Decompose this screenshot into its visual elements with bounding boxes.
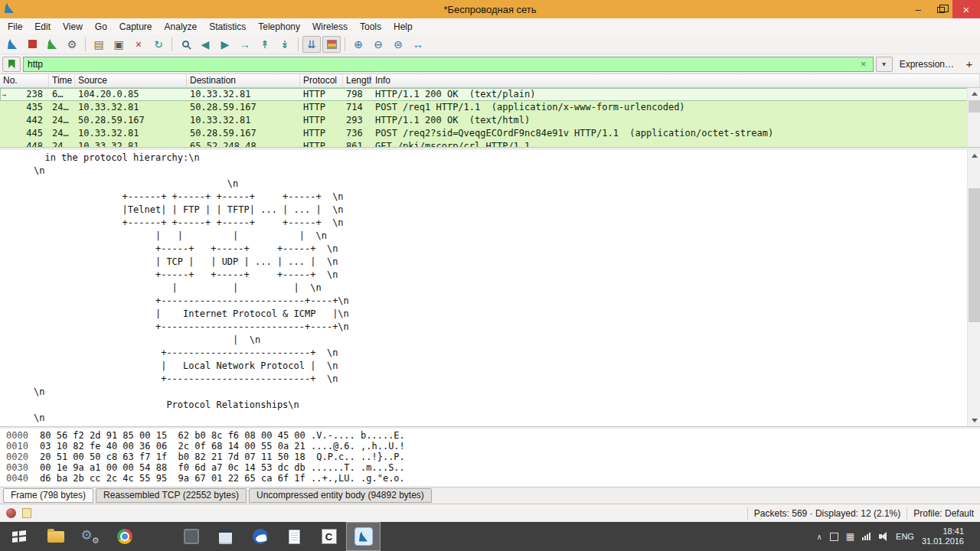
tab-reassembled-tcp[interactable]: Reassembled TCP (22552 bytes) bbox=[96, 488, 247, 503]
expression-button[interactable]: Expression… bbox=[893, 59, 961, 70]
column-destination[interactable]: Destination bbox=[187, 74, 300, 87]
zoom-out-button[interactable]: ⊖ bbox=[369, 36, 387, 53]
packet-bytes-pane[interactable]: 000080 56 f2 2d 91 85 00 15 62 b0 8c f6 … bbox=[0, 429, 980, 487]
restore-button[interactable] bbox=[929, 0, 952, 18]
open-file-button[interactable]: ▤ bbox=[90, 36, 108, 53]
network-signal-icon[interactable] bbox=[862, 533, 871, 540]
column-protocol[interactable]: Protocol bbox=[300, 74, 343, 87]
column-source[interactable]: Source bbox=[75, 74, 187, 87]
taskbar-item-app[interactable] bbox=[174, 522, 208, 551]
packet-row[interactable]: →238 6… 104.20.0.85 10.33.32.81 HTTP 798… bbox=[0, 88, 980, 101]
display-filter-input[interactable]: http × bbox=[23, 57, 874, 72]
taskbar-item-calculator[interactable] bbox=[208, 522, 243, 551]
expert-info-icon[interactable] bbox=[6, 508, 16, 518]
filter-dropdown-button[interactable]: ▾ bbox=[876, 57, 893, 72]
save-file-button[interactable]: ▣ bbox=[109, 36, 128, 53]
taskbar-item-thunderbird[interactable] bbox=[243, 522, 277, 551]
taskbar-item-explorer[interactable] bbox=[38, 522, 73, 551]
last-packet-icon: ↡ bbox=[280, 39, 289, 50]
tray-grid-icon[interactable]: ▦ bbox=[846, 532, 854, 541]
go-to-packet-button[interactable]: → bbox=[236, 36, 254, 53]
autoscroll-button[interactable]: ⇊ bbox=[302, 36, 321, 53]
taskbar-item-c-app[interactable]: C bbox=[312, 522, 346, 551]
packet-list: →238 6… 104.20.0.85 10.33.32.81 HTTP 798… bbox=[0, 88, 980, 147]
details-scrollbar[interactable] bbox=[967, 150, 980, 426]
menu-file[interactable]: File bbox=[2, 20, 28, 34]
minimize-button[interactable]: – bbox=[906, 0, 929, 18]
column-time[interactable]: Time bbox=[49, 74, 75, 87]
tab-frame[interactable]: Frame (798 bytes) bbox=[3, 488, 93, 503]
packet-row[interactable]: 448 24… 10.33.32.81 65.52.248.48 HTTP 86… bbox=[0, 140, 980, 147]
column-info[interactable]: Info bbox=[372, 74, 980, 87]
taskbar-item-chrome[interactable] bbox=[107, 522, 142, 551]
text-line: | \n bbox=[0, 334, 980, 347]
menu-go[interactable]: Go bbox=[89, 20, 113, 34]
zoom-100-button[interactable]: ⊜ bbox=[389, 36, 407, 53]
language-indicator[interactable]: ENG bbox=[896, 532, 914, 541]
menu-view[interactable]: View bbox=[57, 20, 89, 34]
menu-help[interactable]: Help bbox=[387, 20, 419, 34]
resize-columns-button[interactable]: ↔ bbox=[409, 36, 427, 53]
hex-offset: 0010 bbox=[6, 441, 40, 452]
windows-logo-icon bbox=[12, 530, 26, 543]
packet-row[interactable]: 435 24… 10.33.32.81 50.28.59.167 HTTP 71… bbox=[0, 101, 980, 114]
go-first-packet-button[interactable]: ↟ bbox=[256, 36, 274, 53]
clear-filter-icon[interactable]: × bbox=[858, 58, 869, 70]
packet-row[interactable]: 445 24… 10.33.32.81 50.28.59.167 HTTP 73… bbox=[0, 127, 980, 140]
menu-analyze[interactable]: Analyze bbox=[158, 20, 204, 34]
column-length[interactable]: Length bbox=[343, 74, 372, 87]
taskbar-item-wireshark[interactable] bbox=[346, 522, 381, 551]
restart-capture-button[interactable] bbox=[43, 36, 61, 53]
toolbar-separator bbox=[172, 37, 172, 51]
scrollbar-thumb[interactable] bbox=[969, 100, 980, 112]
reload-file-button[interactable]: ↻ bbox=[149, 36, 168, 53]
start-button[interactable] bbox=[0, 522, 38, 551]
tray-app-icon[interactable] bbox=[830, 533, 838, 541]
taskbar-item-settings[interactable]: ⚙⚙ bbox=[73, 522, 107, 551]
menu-edit[interactable]: Edit bbox=[28, 20, 57, 34]
comment-icon[interactable] bbox=[22, 508, 31, 518]
start-capture-button[interactable] bbox=[3, 36, 21, 53]
find-packet-button[interactable] bbox=[176, 36, 194, 53]
column-no[interactable]: No. bbox=[0, 74, 49, 87]
menu-statistics[interactable]: Statistics bbox=[203, 20, 252, 34]
scroll-up-icon[interactable] bbox=[968, 88, 980, 99]
menu-telephony[interactable]: Telephony bbox=[252, 20, 306, 34]
volume-icon[interactable] bbox=[879, 532, 888, 541]
add-filter-button[interactable]: + bbox=[961, 57, 978, 72]
scroll-down-icon[interactable] bbox=[968, 415, 980, 426]
packet-list-scrollbar[interactable] bbox=[967, 88, 980, 147]
go-last-packet-button[interactable]: ↡ bbox=[276, 36, 294, 53]
cell-length: 861 bbox=[343, 140, 372, 147]
text-line: +--------------------------+----+\n bbox=[0, 321, 980, 334]
capture-options-button[interactable]: ⚙ bbox=[63, 36, 81, 53]
zoom-100-icon: ⊜ bbox=[394, 39, 403, 50]
packet-details-pane[interactable]: in the protocol hierarchy:\n \n \n +----… bbox=[0, 150, 980, 426]
restore-icon bbox=[937, 7, 945, 13]
menu-wireless[interactable]: Wireless bbox=[306, 20, 354, 34]
scrollbar-thumb[interactable] bbox=[969, 188, 980, 322]
clock[interactable]: 18:41 31.01.2016 bbox=[922, 527, 964, 546]
toolbar-separator bbox=[345, 37, 345, 51]
profile-label[interactable]: Profile: Default bbox=[913, 508, 974, 519]
taskbar-item-notepad[interactable] bbox=[277, 522, 312, 551]
text-line: +--------------------------+ \n bbox=[0, 373, 980, 386]
close-button[interactable]: × bbox=[952, 0, 980, 18]
tray-expand-icon[interactable]: ∧ bbox=[816, 533, 822, 541]
packet-row[interactable]: 442 24… 50.28.59.167 10.33.32.81 HTTP 29… bbox=[0, 114, 980, 127]
scroll-up-icon[interactable] bbox=[968, 150, 980, 161]
zoom-in-button[interactable]: ⊕ bbox=[349, 36, 368, 53]
tab-uncompressed-body[interactable]: Uncompressed entity body (94892 bytes) bbox=[249, 488, 432, 503]
menu-capture[interactable]: Capture bbox=[113, 20, 158, 34]
titlebar[interactable]: *Беспроводная сеть – × bbox=[0, 0, 980, 18]
colorize-button[interactable] bbox=[322, 36, 341, 53]
go-back-button[interactable]: ◀ bbox=[196, 36, 214, 53]
close-file-icon: × bbox=[136, 39, 142, 50]
stop-capture-button[interactable] bbox=[23, 36, 41, 53]
filter-bookmark-button[interactable] bbox=[2, 57, 21, 72]
search-icon bbox=[182, 41, 189, 47]
close-file-button[interactable]: × bbox=[129, 36, 148, 53]
go-forward-button[interactable]: ▶ bbox=[216, 36, 234, 53]
date-label: 31.01.2016 bbox=[922, 536, 964, 546]
menu-tools[interactable]: Tools bbox=[354, 20, 387, 34]
